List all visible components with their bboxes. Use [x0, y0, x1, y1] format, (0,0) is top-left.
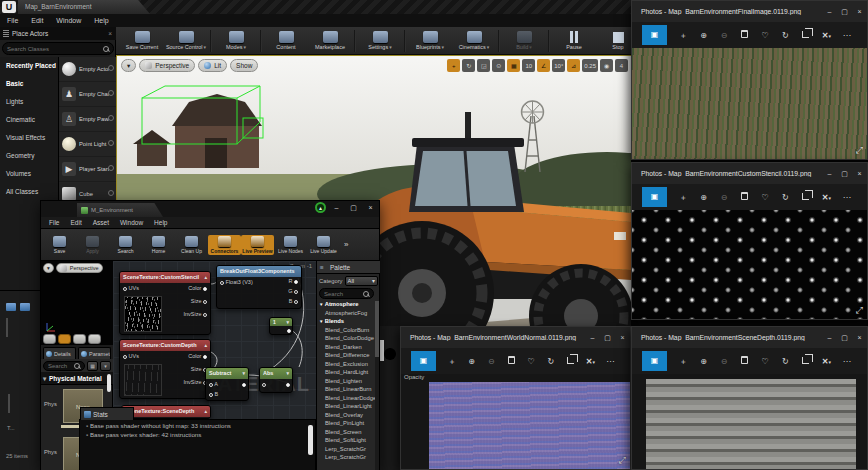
actor-empty-actor[interactable]: Empty Actor: [59, 57, 116, 82]
palette-item[interactable]: Blend_Overlay: [317, 412, 376, 421]
maximize-icon[interactable]: ▢: [837, 163, 852, 184]
world-space-icon[interactable]: ⊙: [492, 59, 505, 72]
menu-file[interactable]: File: [7, 17, 18, 24]
palette-item[interactable]: Blend_Exclusion: [317, 361, 376, 370]
rotate-icon[interactable]: ↻: [775, 357, 795, 366]
palette-search[interactable]: [319, 288, 374, 299]
palette-item[interactable]: Lerp_ScratchGr: [317, 454, 376, 463]
rotate-tool-icon[interactable]: ↻: [462, 59, 475, 72]
delete-icon[interactable]: [734, 356, 754, 366]
place-actors-search[interactable]: [2, 42, 114, 55]
more-icon[interactable]: ⋯: [837, 31, 857, 40]
minimize-icon[interactable]: –: [330, 202, 343, 213]
photos-title-bar[interactable]: Photos - Map_BarnEnvironmentCustomStenci…: [632, 163, 867, 184]
live-preview-button[interactable]: Live Preview: [241, 235, 274, 255]
palette-item[interactable]: Blend_PinLight: [317, 420, 376, 429]
category-visual-effects[interactable]: Visual Effects: [0, 129, 58, 147]
camera-speed-icon[interactable]: ◉: [600, 59, 613, 72]
rotation-snap-icon[interactable]: ∠: [537, 59, 550, 72]
see-all-photos-button[interactable]: ▣: [642, 351, 667, 371]
live-update-button[interactable]: Live Update: [307, 235, 340, 255]
share-icon[interactable]: ✕▾: [816, 357, 836, 366]
actor-point-light[interactable]: Point Light: [59, 132, 116, 157]
crop-icon[interactable]: [796, 193, 816, 202]
node-scenetexture-scenedepth[interactable]: SceneTexture:SceneDepth▴: [121, 405, 211, 419]
see-all-photos-button[interactable]: ▣: [411, 351, 436, 371]
toolbar-overflow-icon[interactable]: »: [344, 240, 348, 249]
blueprints-button[interactable]: Blueprints▾: [408, 31, 452, 50]
modes-button[interactable]: Modes▾: [214, 31, 258, 50]
palette-item[interactable]: Blend_Difference: [317, 352, 376, 361]
physical-material-section[interactable]: Physical Material: [41, 372, 113, 385]
menu-edit[interactable]: Edit: [31, 17, 43, 24]
favorite-icon[interactable]: ♡: [521, 357, 541, 366]
add-to-icon[interactable]: ＋: [673, 356, 693, 367]
search-button[interactable]: Search: [109, 235, 142, 255]
minimize-icon[interactable]: –: [822, 1, 837, 22]
maximize-icon[interactable]: ▢: [600, 327, 615, 348]
place-actors-header[interactable]: Place Actors×: [0, 27, 116, 40]
menu-help[interactable]: Help: [94, 17, 108, 24]
close-icon[interactable]: ×: [615, 327, 630, 348]
favorite-icon[interactable]: ♡: [755, 193, 775, 202]
drag-handle-icon[interactable]: [108, 140, 114, 146]
tab-parameters[interactable]: Parameters: [78, 347, 111, 359]
node-constant-one[interactable]: 1▾: [269, 317, 293, 335]
crop-icon[interactable]: [796, 357, 816, 366]
palette-item[interactable]: Blend_LinearBurn: [317, 386, 376, 395]
build-button[interactable]: Build▾: [502, 31, 546, 50]
rotate-icon[interactable]: ↻: [775, 193, 795, 202]
close-icon[interactable]: ×: [852, 327, 867, 348]
category-dropdown[interactable]: All▾: [345, 276, 378, 286]
fullscreen-icon[interactable]: ⤢: [619, 455, 626, 466]
zoom-out-icon[interactable]: ⊖: [714, 31, 734, 40]
see-all-photos-button[interactable]: ▣: [642, 187, 667, 207]
palette-group[interactable]: Atmosphere: [317, 301, 376, 310]
close-icon[interactable]: ×: [852, 1, 867, 22]
add-to-icon[interactable]: ＋: [442, 356, 462, 367]
node-subtract[interactable]: Subtract▾ A B: [205, 367, 249, 401]
share-icon[interactable]: ✕▾: [816, 31, 836, 40]
category-lights[interactable]: Lights: [0, 93, 58, 111]
scale-snap-value[interactable]: 0.25: [582, 59, 598, 72]
cube-shape-icon[interactable]: [58, 334, 71, 344]
favorite-icon[interactable]: ♡: [755, 31, 775, 40]
node-abs[interactable]: Abs▾: [259, 367, 293, 393]
maximize-icon[interactable]: ▢: [837, 327, 852, 348]
maximize-icon[interactable]: ▢: [347, 202, 360, 213]
details-search-input[interactable]: [48, 363, 70, 369]
palette-header[interactable]: Palette: [317, 261, 380, 274]
view-options-icon[interactable]: ▾: [100, 361, 111, 371]
menu-window[interactable]: Window: [56, 17, 81, 24]
rotate-icon[interactable]: ↻: [541, 357, 561, 366]
show-button[interactable]: Show: [230, 59, 258, 72]
home-button[interactable]: Home: [142, 235, 175, 255]
photos-title-bar[interactable]: Photos - Map_BarnEnvironmentSceneDepth.0…: [632, 327, 867, 348]
preview-perspective-button[interactable]: Perspective: [56, 263, 103, 273]
drag-handle-icon[interactable]: [108, 90, 114, 96]
delete-icon[interactable]: [734, 30, 754, 40]
stats-tab[interactable]: Stats: [80, 407, 134, 420]
actor-empty-character[interactable]: ♟Empty Character: [59, 82, 116, 107]
level-tab[interactable]: Map_BarnEnvironment: [18, 0, 150, 14]
material-asset-thumbnail[interactable]: [380, 340, 384, 361]
fullscreen-icon[interactable]: ⤢: [856, 305, 863, 316]
material-preview-viewport[interactable]: ▾ Perspective: [41, 261, 113, 345]
lit-button[interactable]: Lit: [198, 59, 227, 72]
menu-file[interactable]: File: [49, 219, 59, 226]
photos-title-bar[interactable]: Photos - Map_BarnEnvironmentWorldNormal.…: [401, 327, 630, 348]
delete-icon[interactable]: [734, 192, 754, 202]
palette-scrollbar[interactable]: [375, 301, 379, 470]
delete-icon[interactable]: [501, 356, 521, 366]
marketplace-button[interactable]: Marketplace: [308, 31, 352, 50]
scale-tool-icon[interactable]: ◲: [477, 59, 490, 72]
zoom-in-icon[interactable]: ⊕: [693, 193, 713, 202]
category-volumes[interactable]: Volumes: [0, 165, 58, 183]
drag-handle-icon[interactable]: [108, 190, 114, 196]
more-icon[interactable]: ⋯: [837, 357, 857, 366]
maximize-icon[interactable]: ▢: [837, 1, 852, 22]
add-to-icon[interactable]: ＋: [673, 192, 693, 203]
material-graph[interactable]: Zoom -1 MATERIAL SceneTexture:CustomSten…: [113, 261, 316, 419]
menu-window[interactable]: Window: [120, 219, 143, 226]
palette-item[interactable]: Lerp_ScratchGr: [317, 446, 376, 455]
